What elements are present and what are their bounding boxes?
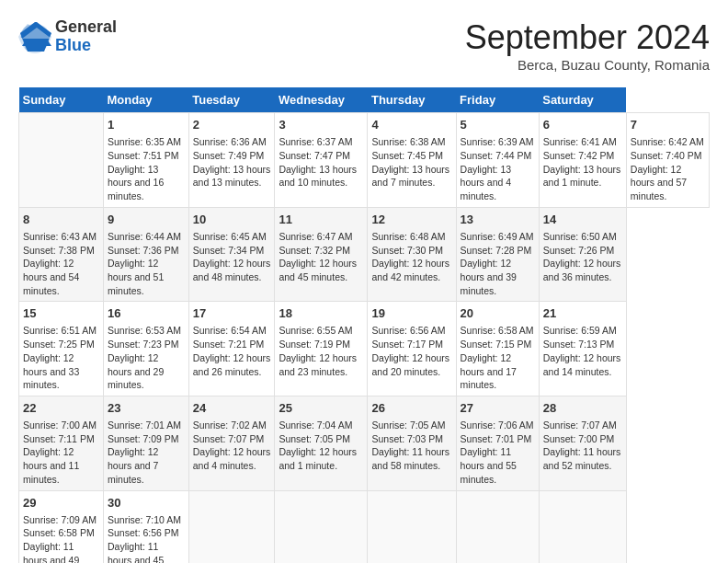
title-block: September 2024 Berca, Buzau County, Roma…	[465, 18, 710, 73]
sunset-text: Sunset: 7:34 PM	[193, 245, 265, 256]
daylight-text: Daylight: 12 hours and 57 minutes.	[631, 164, 687, 201]
week-row-5: 29Sunrise: 7:09 AMSunset: 6:58 PMDayligh…	[19, 490, 710, 563]
daylight-text: Daylight: 12 hours and 42 minutes.	[371, 258, 449, 282]
calendar-cell	[539, 490, 626, 563]
sunrise-text: Sunrise: 7:09 AM	[23, 514, 97, 525]
calendar-cell	[275, 490, 368, 563]
day-number: 15	[23, 305, 99, 322]
day-number: 9	[108, 212, 185, 228]
sunrise-text: Sunrise: 6:54 AM	[193, 325, 267, 336]
logo-blue: Blue	[55, 37, 117, 55]
sunset-text: Sunset: 7:45 PM	[371, 150, 443, 161]
sunset-text: Sunset: 7:32 PM	[279, 245, 350, 256]
sunrise-text: Sunrise: 6:36 AM	[193, 136, 267, 147]
sunrise-text: Sunrise: 7:10 AM	[108, 514, 181, 525]
daylight-text: Daylight: 12 hours and 14 minutes.	[543, 352, 621, 377]
daylight-text: Daylight: 11 hours and 49 minutes.	[23, 541, 79, 563]
daylight-text: Daylight: 12 hours and 1 minute.	[279, 446, 357, 471]
sunset-text: Sunset: 7:40 PM	[631, 150, 702, 161]
sunrise-text: Sunrise: 7:05 AM	[371, 419, 445, 431]
sunset-text: Sunset: 7:17 PM	[371, 339, 443, 350]
sunset-text: Sunset: 7:25 PM	[23, 339, 95, 350]
day-number: 21	[543, 305, 622, 322]
col-header-tuesday: Tuesday	[188, 87, 275, 113]
day-number: 20	[461, 305, 535, 322]
calendar-cell	[19, 113, 104, 208]
sunrise-text: Sunrise: 6:41 AM	[543, 136, 617, 147]
location: Berca, Buzau County, Romania	[465, 57, 710, 73]
day-number: 23	[108, 400, 185, 417]
daylight-text: Daylight: 12 hours and 29 minutes.	[108, 352, 164, 390]
day-number: 5	[461, 117, 535, 133]
day-number: 19	[371, 305, 451, 322]
day-number: 29	[23, 495, 99, 511]
day-number: 30	[108, 495, 185, 511]
day-number: 22	[23, 400, 99, 417]
sunrise-text: Sunrise: 6:49 AM	[461, 231, 534, 242]
calendar-cell: 26Sunrise: 7:05 AMSunset: 7:03 PMDayligh…	[368, 396, 456, 490]
day-number: 6	[543, 117, 622, 133]
sunrise-text: Sunrise: 6:35 AM	[108, 136, 181, 147]
calendar-cell: 23Sunrise: 7:01 AMSunset: 7:09 PMDayligh…	[103, 396, 188, 490]
day-number: 1	[108, 117, 185, 133]
calendar-cell: 14Sunrise: 6:50 AMSunset: 7:26 PMDayligh…	[539, 207, 626, 302]
day-number: 10	[193, 212, 271, 228]
calendar-cell	[368, 490, 456, 563]
daylight-text: Daylight: 12 hours and 48 minutes.	[193, 258, 271, 282]
calendar-cell	[188, 490, 275, 563]
sunset-text: Sunset: 7:42 PM	[543, 150, 615, 161]
daylight-text: Daylight: 13 hours and 16 minutes.	[108, 164, 164, 201]
day-number: 18	[279, 305, 363, 322]
sunset-text: Sunset: 7:49 PM	[193, 150, 265, 161]
sunrise-text: Sunrise: 6:43 AM	[23, 231, 97, 242]
month-title: September 2024	[465, 18, 710, 57]
logo-general: General	[55, 18, 117, 37]
sunset-text: Sunset: 6:58 PM	[23, 527, 95, 538]
sunset-text: Sunset: 7:30 PM	[371, 245, 443, 256]
sunrise-text: Sunrise: 6:48 AM	[371, 231, 445, 242]
daylight-text: Daylight: 12 hours and 51 minutes.	[108, 258, 164, 295]
sunrise-text: Sunrise: 7:04 AM	[279, 419, 352, 431]
daylight-text: Daylight: 12 hours and 54 minutes.	[23, 258, 79, 295]
day-number: 26	[371, 400, 451, 417]
sunrise-text: Sunrise: 6:38 AM	[371, 136, 445, 147]
calendar-cell: 16Sunrise: 6:53 AMSunset: 7:23 PMDayligh…	[103, 302, 188, 396]
day-number: 27	[461, 400, 535, 417]
week-row-3: 15Sunrise: 6:51 AMSunset: 7:25 PMDayligh…	[19, 302, 710, 396]
sunrise-text: Sunrise: 6:39 AM	[461, 136, 534, 147]
day-number: 12	[371, 212, 451, 228]
day-number: 28	[543, 400, 622, 417]
calendar-cell: 5Sunrise: 6:39 AMSunset: 7:44 PMDaylight…	[456, 113, 539, 208]
daylight-text: Daylight: 13 hours and 1 minute.	[543, 164, 621, 189]
calendar-cell	[456, 490, 539, 563]
sunset-text: Sunset: 7:15 PM	[461, 339, 532, 350]
daylight-text: Daylight: 12 hours and 39 minutes.	[461, 258, 517, 295]
sunset-text: Sunset: 7:11 PM	[23, 433, 95, 444]
sunrise-text: Sunrise: 7:07 AM	[543, 419, 617, 431]
sunrise-text: Sunrise: 6:51 AM	[23, 325, 97, 336]
logo-text: General Blue	[55, 18, 117, 55]
sunset-text: Sunset: 7:03 PM	[371, 433, 443, 444]
daylight-text: Daylight: 11 hours and 55 minutes.	[461, 446, 517, 484]
sunrise-text: Sunrise: 6:47 AM	[279, 231, 352, 242]
calendar-cell: 30Sunrise: 7:10 AMSunset: 6:56 PMDayligh…	[103, 490, 188, 563]
sunrise-text: Sunrise: 6:42 AM	[631, 136, 704, 147]
sunrise-text: Sunrise: 6:37 AM	[279, 136, 352, 147]
calendar-cell: 10Sunrise: 6:45 AMSunset: 7:34 PMDayligh…	[188, 207, 275, 302]
week-row-4: 22Sunrise: 7:00 AMSunset: 7:11 PMDayligh…	[19, 396, 710, 490]
daylight-text: Daylight: 13 hours and 13 minutes.	[193, 164, 271, 189]
daylight-text: Daylight: 12 hours and 33 minutes.	[23, 352, 79, 390]
calendar-cell: 27Sunrise: 7:06 AMSunset: 7:01 PMDayligh…	[456, 396, 539, 490]
week-row-1: 1Sunrise: 6:35 AMSunset: 7:51 PMDaylight…	[19, 113, 710, 208]
sunset-text: Sunset: 7:36 PM	[108, 245, 179, 256]
week-row-2: 8Sunrise: 6:43 AMSunset: 7:38 PMDaylight…	[19, 207, 710, 302]
calendar-cell: 17Sunrise: 6:54 AMSunset: 7:21 PMDayligh…	[188, 302, 275, 396]
sunrise-text: Sunrise: 7:02 AM	[193, 419, 267, 431]
calendar-cell: 12Sunrise: 6:48 AMSunset: 7:30 PMDayligh…	[368, 207, 456, 302]
calendar-cell: 29Sunrise: 7:09 AMSunset: 6:58 PMDayligh…	[19, 490, 104, 563]
sunset-text: Sunset: 7:47 PM	[279, 150, 350, 161]
calendar-cell: 4Sunrise: 6:38 AMSunset: 7:45 PMDaylight…	[368, 113, 456, 208]
calendar-cell: 6Sunrise: 6:41 AMSunset: 7:42 PMDaylight…	[539, 113, 626, 208]
sunset-text: Sunset: 7:19 PM	[279, 339, 350, 350]
header-row: SundayMondayTuesdayWednesdayThursdayFrid…	[19, 87, 710, 113]
